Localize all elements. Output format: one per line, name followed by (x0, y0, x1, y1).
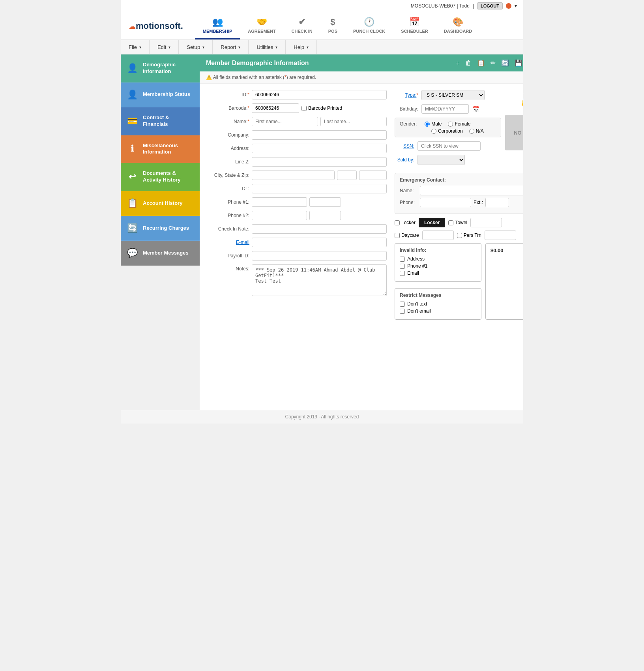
menu-report[interactable]: Report ▾ (213, 40, 249, 54)
locker-checkbox[interactable] (395, 220, 400, 225)
menu-utilities[interactable]: Utilities ▾ (249, 40, 286, 54)
gender-na[interactable]: N/A (469, 128, 484, 134)
menu-edit[interactable]: Edit ▾ (150, 40, 179, 54)
state-input[interactable] (337, 171, 357, 180)
dl-input[interactable] (252, 184, 387, 193)
locker-button[interactable]: Locker (419, 218, 445, 227)
menu-edit-label: Edit (157, 44, 166, 50)
invalid-phone-checkbox[interactable] (400, 264, 405, 269)
first-name-input[interactable] (252, 117, 318, 126)
perstrn-input[interactable] (485, 231, 516, 240)
contract-icon: 💳 (126, 116, 138, 126)
nav-agreement[interactable]: 🤝 AGREEMENT (240, 12, 283, 39)
towel-checkbox-label[interactable]: Towel (448, 220, 467, 225)
line2-row: Line 2: (206, 157, 387, 167)
notes-textarea[interactable]: *** Sep 26 2019 11:46AM Ahmad Abdel @ Cl… (252, 264, 387, 296)
delete-button[interactable]: 🗑 (464, 59, 472, 67)
email-link[interactable]: E-mail (236, 240, 249, 245)
emergency-ext-input[interactable] (485, 198, 509, 207)
menu-help[interactable]: Help ▾ (286, 40, 317, 54)
type-link[interactable]: Type: (405, 92, 416, 98)
top-bar: MOSOCLUB-WEB07 | Todd | LOGOUT ▾ (121, 0, 523, 12)
phone2-ext-input[interactable] (309, 211, 341, 220)
dont-text-label: Don't text (407, 301, 427, 307)
refresh-button[interactable]: 🔄 (500, 58, 510, 67)
menu-file[interactable]: File ▾ (121, 40, 150, 54)
nav-scheduler[interactable]: 📅 SCHEDULER (393, 12, 436, 39)
gender-female-radio[interactable] (448, 122, 453, 127)
towel-input[interactable] (470, 218, 502, 227)
id-input[interactable] (252, 90, 387, 99)
gender-row: Gender: Male Female (400, 121, 496, 127)
type-select[interactable]: S S - SILVER SM (421, 90, 485, 100)
ssn-link[interactable]: SSN: (403, 143, 414, 149)
nav-checkin[interactable]: ✔ CHECK IN (284, 12, 320, 39)
city-input[interactable] (252, 171, 335, 180)
sidebar-item-recurring[interactable]: 🔄 Recurring Charges (121, 216, 200, 241)
barcode-printed-checkbox[interactable] (301, 106, 307, 111)
copy-button[interactable]: 📋 (476, 58, 486, 67)
daycare-input[interactable] (422, 231, 454, 240)
line2-input[interactable] (252, 157, 387, 167)
sidebar-item-messages[interactable]: 💬 Member Messages (121, 241, 200, 266)
soldby-select[interactable] (417, 155, 465, 165)
soldby-link[interactable]: Sold by: (397, 157, 414, 163)
nav-membership[interactable]: 👥 MEMBERSHIP (195, 12, 240, 39)
phone1-number-input[interactable] (252, 197, 307, 207)
sidebar-item-misc[interactable]: ℹ Miscellaneous Information (121, 135, 200, 163)
locker-checkbox-label[interactable]: Locker (395, 220, 416, 225)
invalid-email-checkbox[interactable] (400, 271, 405, 276)
invalid-address-checkbox[interactable] (400, 257, 405, 262)
zip-input[interactable] (359, 171, 387, 180)
address-label: Address: (206, 146, 249, 151)
sidebar-item-demographic[interactable]: 👤 Demographic Information (121, 54, 200, 82)
edit-button[interactable]: ✏ (490, 58, 496, 67)
sidebar-item-membership[interactable]: 👤 Membership Status (121, 82, 200, 107)
gender-male-radio[interactable] (425, 122, 430, 127)
perstrn-checkbox[interactable] (457, 233, 462, 238)
barcode-row: Barcode:* Barcode Printed (206, 103, 387, 113)
chevron-down-icon: ▾ (168, 45, 170, 49)
email-input[interactable] (252, 238, 387, 247)
sidebar-item-documents[interactable]: ↩ Documents & Activity History (121, 163, 200, 191)
daycare-checkbox-label[interactable]: Daycare (395, 232, 419, 238)
phone1-ext-input[interactable] (309, 197, 341, 207)
last-name-input[interactable] (320, 117, 387, 126)
calendar-icon[interactable]: 📅 (472, 105, 480, 113)
dont-email-checkbox[interactable] (400, 309, 405, 314)
nav-scheduler-label: SCHEDULER (401, 29, 428, 34)
logout-button[interactable]: LOGOUT (477, 2, 503, 9)
daycare-checkbox[interactable] (395, 233, 400, 238)
barcode-input[interactable] (252, 103, 299, 113)
ssn-input[interactable] (417, 141, 481, 151)
add-button[interactable]: + (455, 59, 461, 67)
save-button[interactable]: 💾 (514, 58, 523, 67)
nav-dashboard[interactable]: 🎨 DASHBOARD (436, 12, 480, 39)
gender-corporation[interactable]: Corporation (431, 128, 463, 134)
checkin-note-input[interactable] (252, 224, 387, 234)
emergency-phone-input[interactable] (420, 198, 471, 207)
sidebar-item-contract[interactable]: 💳 Contract & Financials (121, 107, 200, 135)
sidebar-item-account[interactable]: 📋 Account History (121, 191, 200, 216)
gender-male[interactable]: Male (425, 121, 442, 127)
menu-setup[interactable]: Setup ▾ (179, 40, 213, 54)
dropdown-arrow[interactable]: ▾ (515, 3, 517, 9)
towel-checkbox[interactable] (448, 220, 453, 225)
dont-text-checkbox[interactable] (400, 302, 405, 307)
gender-na-radio[interactable] (469, 129, 474, 134)
perstrn-checkbox-label[interactable]: Pers Trn (457, 232, 481, 238)
gender-female[interactable]: Female (448, 121, 470, 127)
payroll-input[interactable] (252, 251, 387, 261)
nav-punchclock[interactable]: 🕐 PUNCH CLOCK (345, 12, 393, 39)
emergency-name-input[interactable] (420, 186, 523, 195)
phone2-number-input[interactable] (252, 211, 307, 220)
towel-label: Towel (455, 220, 467, 225)
nav-pos-label: POS (328, 29, 337, 34)
birthday-input[interactable] (421, 104, 469, 114)
footer: Copyright 2019 · All rights reserved (121, 410, 523, 424)
dashboard-icon: 🎨 (453, 17, 463, 27)
address-input[interactable] (252, 144, 387, 153)
company-input[interactable] (252, 130, 387, 140)
gender-corp-radio[interactable] (431, 129, 436, 134)
nav-pos[interactable]: $ POS (320, 12, 345, 39)
